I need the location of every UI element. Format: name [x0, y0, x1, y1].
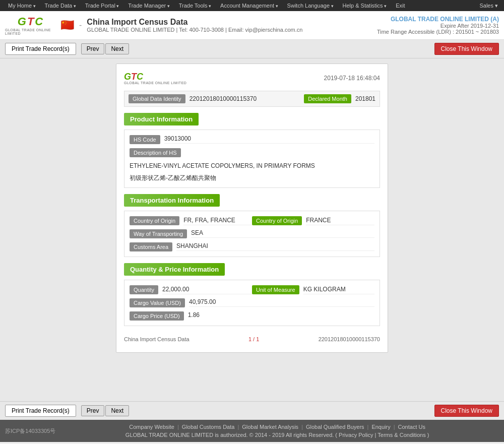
global-data-identity-value: 220120180100001153​70 [190, 95, 300, 102]
header-subtitle: GLOBAL TRADE ONLINE LIMITED | Tel: 400-7… [87, 27, 302, 33]
country-of-origin-label: Country of Origin [130, 216, 179, 225]
bottom-toolbar: Print Trade Record(s) Prev Next Close Th… [0, 401, 504, 420]
nav-trade-tools[interactable]: Trade Tools [175, 2, 215, 10]
site-footer: 苏ICP备14033305号 Company Website | Global … [0, 420, 504, 442]
nav-my-home[interactable]: My Home [4, 2, 40, 10]
hs-code-label: HS Code [130, 135, 160, 144]
nav-items-left: My Home Trade Data Trade Portal Trade Ma… [4, 2, 409, 10]
quantity-right: Unit of Measure KG KILOGRAM [252, 285, 374, 294]
top-navigation: My Home Trade Data Trade Portal Trade Ma… [0, 0, 504, 11]
footer-global-customs[interactable]: Global Customs Data [182, 424, 235, 430]
declared-month-value: 201801 [355, 95, 375, 102]
footer-contact-us[interactable]: Contact Us [398, 424, 425, 430]
bottom-navigation-group: Prev Next [81, 405, 129, 416]
way-of-transporting-value: SEA [191, 229, 374, 238]
description-en: ETHYLENE-VINYL ACETATE COPOLYMERS, IN PR… [130, 161, 374, 170]
transport-section-body: Country of Origin FR, FRA, FRANCE Countr… [124, 211, 380, 257]
hs-code-value: 39013000 [164, 135, 374, 144]
prev-button[interactable]: Prev [81, 43, 105, 54]
ldr-range: Time Range Accessible (LDR) : 201501 ~ 2… [377, 29, 499, 35]
country-of-origin-value: FR, FRA, FRANCE [183, 217, 252, 225]
description-hs-row: Description of HS [130, 148, 374, 157]
customs-area-row: Customs Area SHANGHAI [130, 242, 374, 251]
header-left: G T C GLOBAL TRADE ONLINE LIMITED 🇨🇳 - C… [5, 15, 302, 35]
product-section-header: Product Information [124, 113, 199, 125]
identity-row: Global Data Identity 220120180100001153​… [124, 91, 380, 107]
description-cn: 初级形状乙烯-乙酸乙烯酯共聚物 [130, 173, 374, 182]
quantity-label: Quantity [130, 285, 158, 294]
header-separator: - [79, 21, 82, 30]
print-button[interactable]: Print Trade Record(s) [5, 43, 76, 55]
cargo-price-value: 1.86 [188, 311, 374, 320]
transport-section: Transportation Information Country of Or… [124, 194, 380, 257]
nav-account-management[interactable]: Account Management [216, 2, 282, 10]
country-origin-row: Country of Origin FR, FRA, FRANCE Countr… [130, 216, 374, 225]
country-origin-left: Country of Origin FR, FRA, FRANCE [130, 216, 252, 225]
company-name: GLOBAL TRADE ONLINE LIMITED (A) [377, 16, 499, 23]
footer-bottom-row: 苏ICP备14033305号 Company Website | Global … [5, 424, 499, 438]
footer-company-website[interactable]: Company Website [129, 424, 174, 430]
description-hs-label: Description of HS [130, 148, 181, 157]
logo-subtitle: GLOBAL TRADE ONLINE LIMITED [5, 28, 55, 35]
customs-area-value: SHANGHAI [176, 242, 374, 251]
nav-help-statistics[interactable]: Help & Statistics [339, 2, 391, 10]
china-flag: 🇨🇳 [60, 19, 74, 32]
footer-id: 220120180100001153​70 [319, 336, 380, 342]
footer-global-buyers[interactable]: Global Qualified Buyers [306, 424, 364, 430]
main-content: G T C GLOBAL TRADE ONLINE LIMITED 2019-0… [0, 58, 504, 401]
header-right: GLOBAL TRADE ONLINE LIMITED (A) Expire A… [377, 16, 499, 35]
cargo-value-label: Cargo Value (USD) [130, 298, 185, 307]
quantity-row: Quantity 22,000.00 Unit of Measure KG KI… [130, 285, 374, 294]
nav-trade-data[interactable]: Trade Data [41, 2, 80, 10]
cargo-value-row: Cargo Value (USD) 40,975.00 [130, 298, 374, 307]
quantity-left: Quantity 22,000.00 [130, 285, 252, 294]
product-section-body: HS Code 39013000 Description of HS ETHYL… [124, 130, 380, 188]
nav-exit[interactable]: Exit [392, 2, 409, 10]
close-button-top[interactable]: Close This Window [434, 43, 499, 55]
record-timestamp: 2019-07-18 16:48:04 [324, 75, 380, 82]
customs-area-label: Customs Area [130, 242, 172, 251]
nav-trade-manager[interactable]: Trade Manager [124, 2, 173, 10]
nav-switch-language[interactable]: Switch Language [283, 2, 338, 10]
prev-button-bottom[interactable]: Prev [81, 405, 105, 416]
cargo-price-label: Cargo Price (USD) [130, 311, 184, 321]
quantity-section-header: Quantity & Price Information [124, 263, 225, 276]
card-header: G T C GLOBAL TRADE ONLINE LIMITED 2019-0… [124, 72, 380, 85]
print-button-bottom[interactable]: Print Trade Record(s) [5, 405, 76, 417]
way-of-transporting-label: Way of Transporting [130, 229, 187, 238]
record-card: G T C GLOBAL TRADE ONLINE LIMITED 2019-0… [116, 64, 388, 353]
footer-links: Company Website | Global Customs Data | … [55, 424, 499, 430]
global-data-identity-label: Global Data Identity [129, 94, 185, 103]
close-button-bottom[interactable]: Close This Window [434, 405, 499, 417]
country-origin-right: Country of Origin FRANCE [252, 216, 374, 225]
transport-section-header: Transportation Information [124, 194, 220, 207]
unit-of-measure-label: Unit of Measure [252, 285, 299, 294]
next-button-bottom[interactable]: Next [105, 405, 129, 416]
card-footer: China Import Census Data 1 / 1 220120180… [124, 334, 380, 345]
footer-global-market[interactable]: Global Market Analysis [242, 424, 298, 430]
quantity-value: 22,000.00 [162, 286, 252, 294]
company-logo: G T C GLOBAL TRADE ONLINE LIMITED [5, 15, 55, 35]
country-of-origin2-value: FRANCE [306, 217, 374, 225]
top-toolbar: Print Trade Record(s) Prev Next Close Th… [0, 40, 504, 58]
card-logo-sub: GLOBAL TRADE ONLINE LIMITED [124, 81, 186, 85]
copyright-text: GLOBAL TRADE ONLINE LIMITED is authorize… [55, 432, 499, 438]
page-title: China Import Census Data [87, 18, 302, 27]
card-logo: G T C GLOBAL TRADE ONLINE LIMITED [124, 72, 186, 85]
footer-source: China Import Census Data [124, 336, 190, 342]
product-section: Product Information HS Code 39013000 Des… [124, 113, 380, 188]
unit-of-measure-value: KG KILOGRAM [303, 286, 374, 294]
hs-code-row: HS Code 39013000 [130, 135, 374, 144]
country-of-origin2-label: Country of Origin [252, 216, 302, 225]
footer-enquiry[interactable]: Enquiry [371, 424, 390, 430]
way-of-transporting-row: Way of Transporting SEA [130, 229, 374, 238]
footer-page: 1 / 1 [248, 336, 259, 342]
nav-sales[interactable]: Sales ▾ [479, 3, 500, 9]
icp-number: 苏ICP备14033305号 [5, 427, 55, 435]
cargo-price-row: Cargo Price (USD) 1.86 [130, 311, 374, 321]
expire-date: Expire After 2019-12-31 [377, 23, 499, 29]
page-header: G T C GLOBAL TRADE ONLINE LIMITED 🇨🇳 - C… [0, 11, 504, 40]
cargo-value-value: 40,975.00 [189, 298, 374, 307]
next-button[interactable]: Next [105, 43, 129, 54]
nav-trade-portal[interactable]: Trade Portal [81, 2, 123, 10]
